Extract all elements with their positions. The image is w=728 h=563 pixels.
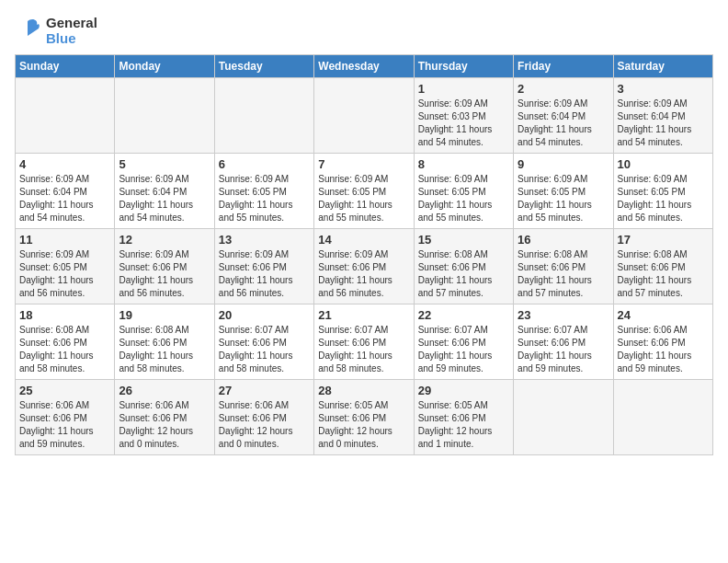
day-info: Sunrise: 6:07 AM Sunset: 6:06 PM Dayligh… xyxy=(219,324,310,375)
day-info: Sunrise: 6:07 AM Sunset: 6:06 PM Dayligh… xyxy=(418,324,509,375)
week-row-2: 4Sunrise: 6:09 AM Sunset: 6:04 PM Daylig… xyxy=(16,153,713,228)
day-cell-6: 6Sunrise: 6:09 AM Sunset: 6:05 PM Daylig… xyxy=(214,153,313,228)
day-info: Sunrise: 6:06 AM Sunset: 6:06 PM Dayligh… xyxy=(219,399,310,451)
day-info: Sunrise: 6:08 AM Sunset: 6:06 PM Dayligh… xyxy=(618,248,709,300)
day-number: 11 xyxy=(19,233,110,247)
day-number: 27 xyxy=(219,384,310,397)
day-number: 15 xyxy=(418,233,509,247)
day-number: 8 xyxy=(418,157,509,171)
logo: General Blue xyxy=(15,15,97,47)
day-number: 25 xyxy=(19,384,110,397)
day-cell-28: 28Sunrise: 6:05 AM Sunset: 6:06 PM Dayli… xyxy=(314,379,414,454)
day-number: 13 xyxy=(219,233,310,247)
day-number: 9 xyxy=(518,157,609,171)
day-info: Sunrise: 6:09 AM Sunset: 6:06 PM Dayligh… xyxy=(119,248,210,300)
day-info: Sunrise: 6:08 AM Sunset: 6:06 PM Dayligh… xyxy=(119,324,210,375)
day-number: 22 xyxy=(418,308,509,322)
day-info: Sunrise: 6:09 AM Sunset: 6:06 PM Dayligh… xyxy=(318,248,409,300)
day-info: Sunrise: 6:08 AM Sunset: 6:06 PM Dayligh… xyxy=(19,324,110,375)
day-number: 3 xyxy=(618,82,709,96)
page-header: General Blue xyxy=(15,15,713,47)
day-info: Sunrise: 6:09 AM Sunset: 6:04 PM Dayligh… xyxy=(518,98,609,149)
day-info: Sunrise: 6:05 AM Sunset: 6:06 PM Dayligh… xyxy=(418,399,509,451)
weekday-header-saturday: Saturday xyxy=(613,54,712,77)
empty-cell xyxy=(115,77,214,153)
weekday-header-monday: Monday xyxy=(115,54,214,77)
day-number: 7 xyxy=(318,157,409,171)
day-number: 23 xyxy=(518,308,609,322)
day-number: 1 xyxy=(418,82,509,96)
day-cell-24: 24Sunrise: 6:06 AM Sunset: 6:06 PM Dayli… xyxy=(613,304,712,379)
day-info: Sunrise: 6:09 AM Sunset: 6:03 PM Dayligh… xyxy=(418,98,509,149)
day-cell-15: 15Sunrise: 6:08 AM Sunset: 6:06 PM Dayli… xyxy=(414,228,513,304)
day-info: Sunrise: 6:08 AM Sunset: 6:06 PM Dayligh… xyxy=(418,248,509,300)
empty-cell xyxy=(214,77,313,153)
weekday-header-wednesday: Wednesday xyxy=(314,54,414,77)
day-info: Sunrise: 6:07 AM Sunset: 6:06 PM Dayligh… xyxy=(318,324,409,375)
day-cell-4: 4Sunrise: 6:09 AM Sunset: 6:04 PM Daylig… xyxy=(16,153,115,228)
week-row-4: 18Sunrise: 6:08 AM Sunset: 6:06 PM Dayli… xyxy=(16,304,713,379)
day-number: 4 xyxy=(19,157,110,171)
day-cell-8: 8Sunrise: 6:09 AM Sunset: 6:05 PM Daylig… xyxy=(414,153,513,228)
day-number: 2 xyxy=(518,82,609,96)
day-cell-12: 12Sunrise: 6:09 AM Sunset: 6:06 PM Dayli… xyxy=(115,228,214,304)
empty-cell xyxy=(314,77,414,153)
day-cell-5: 5Sunrise: 6:09 AM Sunset: 6:04 PM Daylig… xyxy=(115,153,214,228)
weekday-header-tuesday: Tuesday xyxy=(214,54,313,77)
week-row-5: 25Sunrise: 6:06 AM Sunset: 6:06 PM Dayli… xyxy=(16,379,713,454)
day-cell-20: 20Sunrise: 6:07 AM Sunset: 6:06 PM Dayli… xyxy=(214,304,313,379)
day-cell-17: 17Sunrise: 6:08 AM Sunset: 6:06 PM Dayli… xyxy=(613,228,712,304)
day-info: Sunrise: 6:06 AM Sunset: 6:06 PM Dayligh… xyxy=(119,399,210,451)
day-cell-21: 21Sunrise: 6:07 AM Sunset: 6:06 PM Dayli… xyxy=(314,304,414,379)
day-info: Sunrise: 6:09 AM Sunset: 6:05 PM Dayligh… xyxy=(518,173,609,224)
day-cell-2: 2Sunrise: 6:09 AM Sunset: 6:04 PM Daylig… xyxy=(514,77,613,153)
day-cell-25: 25Sunrise: 6:06 AM Sunset: 6:06 PM Dayli… xyxy=(16,379,115,454)
calendar-table: SundayMondayTuesdayWednesdayThursdayFrid… xyxy=(15,54,713,455)
day-cell-11: 11Sunrise: 6:09 AM Sunset: 6:05 PM Dayli… xyxy=(16,228,115,304)
day-info: Sunrise: 6:09 AM Sunset: 6:04 PM Dayligh… xyxy=(618,98,709,149)
day-cell-3: 3Sunrise: 6:09 AM Sunset: 6:04 PM Daylig… xyxy=(613,77,712,153)
empty-cell xyxy=(514,379,613,454)
weekday-header-row: SundayMondayTuesdayWednesdayThursdayFrid… xyxy=(16,54,713,77)
day-info: Sunrise: 6:09 AM Sunset: 6:05 PM Dayligh… xyxy=(19,248,110,300)
day-info: Sunrise: 6:09 AM Sunset: 6:05 PM Dayligh… xyxy=(318,173,409,224)
day-cell-14: 14Sunrise: 6:09 AM Sunset: 6:06 PM Dayli… xyxy=(314,228,414,304)
day-info: Sunrise: 6:06 AM Sunset: 6:06 PM Dayligh… xyxy=(19,399,110,451)
day-number: 24 xyxy=(618,308,709,322)
day-info: Sunrise: 6:08 AM Sunset: 6:06 PM Dayligh… xyxy=(518,248,609,300)
logo-blue: Blue xyxy=(46,30,97,46)
day-number: 12 xyxy=(119,233,210,247)
week-row-3: 11Sunrise: 6:09 AM Sunset: 6:05 PM Dayli… xyxy=(16,228,713,304)
day-number: 14 xyxy=(318,233,409,247)
day-number: 16 xyxy=(518,233,609,247)
day-number: 5 xyxy=(119,157,210,171)
logo-bird-icon xyxy=(15,17,40,43)
day-cell-18: 18Sunrise: 6:08 AM Sunset: 6:06 PM Dayli… xyxy=(16,304,115,379)
day-info: Sunrise: 6:07 AM Sunset: 6:06 PM Dayligh… xyxy=(518,324,609,375)
day-cell-16: 16Sunrise: 6:08 AM Sunset: 6:06 PM Dayli… xyxy=(514,228,613,304)
empty-cell xyxy=(613,379,712,454)
day-cell-19: 19Sunrise: 6:08 AM Sunset: 6:06 PM Dayli… xyxy=(115,304,214,379)
day-cell-10: 10Sunrise: 6:09 AM Sunset: 6:05 PM Dayli… xyxy=(613,153,712,228)
day-info: Sunrise: 6:09 AM Sunset: 6:05 PM Dayligh… xyxy=(219,173,310,224)
empty-cell xyxy=(16,77,115,153)
day-info: Sunrise: 6:05 AM Sunset: 6:06 PM Dayligh… xyxy=(318,399,409,451)
day-cell-1: 1Sunrise: 6:09 AM Sunset: 6:03 PM Daylig… xyxy=(414,77,513,153)
day-cell-13: 13Sunrise: 6:09 AM Sunset: 6:06 PM Dayli… xyxy=(214,228,313,304)
day-number: 26 xyxy=(119,384,210,397)
day-number: 20 xyxy=(219,308,310,322)
day-info: Sunrise: 6:09 AM Sunset: 6:05 PM Dayligh… xyxy=(618,173,709,224)
week-row-1: 1Sunrise: 6:09 AM Sunset: 6:03 PM Daylig… xyxy=(16,77,713,153)
logo-general: General xyxy=(46,15,97,30)
day-info: Sunrise: 6:09 AM Sunset: 6:06 PM Dayligh… xyxy=(219,248,310,300)
day-cell-23: 23Sunrise: 6:07 AM Sunset: 6:06 PM Dayli… xyxy=(514,304,613,379)
day-number: 28 xyxy=(318,384,409,397)
day-cell-27: 27Sunrise: 6:06 AM Sunset: 6:06 PM Dayli… xyxy=(214,379,313,454)
day-number: 21 xyxy=(318,308,409,322)
day-cell-22: 22Sunrise: 6:07 AM Sunset: 6:06 PM Dayli… xyxy=(414,304,513,379)
day-info: Sunrise: 6:09 AM Sunset: 6:04 PM Dayligh… xyxy=(119,173,210,224)
day-cell-29: 29Sunrise: 6:05 AM Sunset: 6:06 PM Dayli… xyxy=(414,379,513,454)
weekday-header-sunday: Sunday xyxy=(16,54,115,77)
day-number: 10 xyxy=(618,157,709,171)
day-cell-7: 7Sunrise: 6:09 AM Sunset: 6:05 PM Daylig… xyxy=(314,153,414,228)
